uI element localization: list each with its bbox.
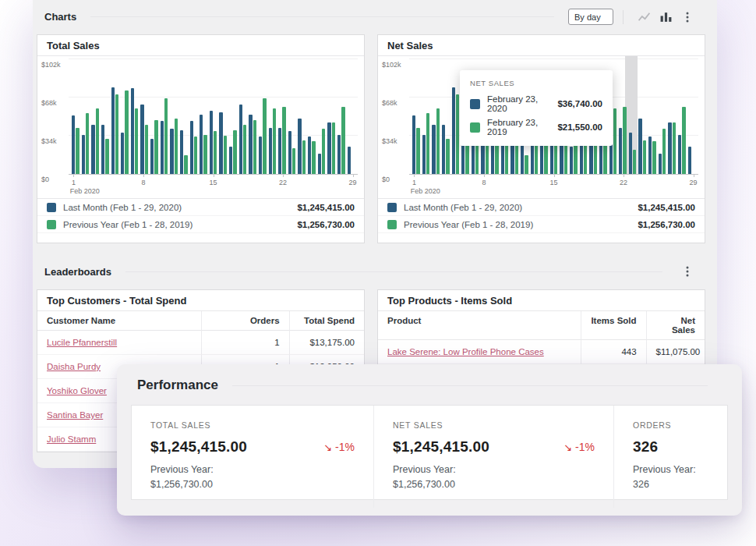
bar-last-month[interactable] [327, 122, 330, 174]
bar-group-day-4[interactable] [442, 56, 450, 174]
bar-group-day-3[interactable] [91, 56, 99, 174]
bar-group-day-4[interactable] [101, 56, 109, 174]
bar-group-day-22[interactable] [278, 56, 286, 174]
bar-previous-year[interactable] [115, 94, 118, 174]
bar-chart-icon[interactable] [657, 9, 674, 25]
row-link[interactable]: Julio Stamm [47, 434, 96, 444]
bar-last-month[interactable] [259, 136, 262, 174]
bar-previous-year[interactable] [652, 141, 655, 174]
bar-group-day-9[interactable] [150, 56, 158, 174]
bar-previous-year[interactable] [282, 107, 285, 174]
bar-group-day-11[interactable] [170, 56, 178, 174]
bar-previous-year[interactable] [456, 94, 459, 174]
bar-previous-year[interactable] [125, 90, 128, 174]
bar-group-day-15[interactable] [210, 56, 217, 174]
bar-group-day-1[interactable] [72, 56, 79, 174]
bar-group-day-29[interactable] [688, 56, 696, 174]
bar-group-day-23[interactable] [629, 56, 637, 174]
bar-previous-year[interactable] [164, 98, 168, 174]
bar-group-day-18[interactable] [239, 56, 247, 174]
bar-group-day-24[interactable] [298, 56, 306, 174]
row-link[interactable]: Santina Bayer [47, 410, 103, 420]
bar-previous-year[interactable] [253, 120, 256, 174]
bar-group-day-14[interactable] [200, 56, 207, 174]
bar-last-month[interactable] [131, 88, 134, 174]
bar-last-month[interactable] [298, 119, 301, 174]
bar-previous-year[interactable] [145, 125, 148, 174]
bar-group-day-10[interactable] [161, 56, 168, 174]
bar-last-month[interactable] [659, 154, 662, 174]
bar-previous-year[interactable] [341, 107, 344, 174]
bar-previous-year[interactable] [243, 125, 246, 174]
bar-previous-year[interactable] [184, 155, 187, 175]
bar-previous-year[interactable] [436, 108, 440, 174]
bar-group-day-24[interactable] [638, 56, 646, 174]
bar-last-month[interactable] [648, 136, 652, 174]
bar-last-month[interactable] [432, 125, 435, 174]
bar-previous-year[interactable] [86, 113, 89, 174]
bar-group-day-26[interactable] [318, 56, 326, 174]
bar-last-month[interactable] [200, 115, 203, 174]
bar-group-day-20[interactable] [259, 56, 267, 174]
bar-last-month[interactable] [190, 121, 193, 174]
bar-group-day-12[interactable] [180, 56, 188, 174]
bar-last-month[interactable] [452, 87, 455, 174]
bar-previous-year[interactable] [633, 150, 636, 174]
bar-previous-year[interactable] [203, 135, 207, 174]
bar-group-day-2[interactable] [82, 56, 90, 174]
bar-last-month[interactable] [570, 147, 573, 174]
bar-group-day-25[interactable] [308, 56, 316, 174]
bar-group-day-13[interactable] [190, 56, 198, 174]
bar-previous-year[interactable] [613, 108, 616, 174]
bar-previous-year[interactable] [214, 131, 217, 174]
row-link[interactable]: Lucile Pfannerstill [47, 338, 117, 347]
bar-last-month[interactable] [140, 105, 143, 174]
bar-group-day-1[interactable] [412, 56, 420, 174]
bar-last-month[interactable] [308, 136, 311, 174]
bar-last-month[interactable] [668, 122, 671, 174]
row-link[interactable]: Daisha Purdy [47, 362, 101, 371]
bar-group-day-28[interactable] [337, 56, 345, 174]
bar-last-month[interactable] [101, 125, 104, 174]
bar-previous-year[interactable] [623, 107, 626, 174]
bar-group-day-25[interactable] [648, 56, 656, 174]
bar-last-month[interactable] [629, 133, 632, 174]
bar-last-month[interactable] [442, 125, 445, 174]
bar-group-day-28[interactable] [678, 56, 686, 174]
bar-previous-year[interactable] [446, 139, 449, 174]
bar-group-day-21[interactable] [269, 56, 277, 174]
legend-item[interactable]: Previous Year (Feb 1 - 28, 2019)$1,256,7… [37, 216, 364, 233]
bar-previous-year[interactable] [292, 148, 295, 174]
bar-last-month[interactable] [239, 105, 242, 174]
bar-previous-year[interactable] [96, 108, 99, 174]
bar-group-day-5[interactable] [111, 56, 119, 174]
bar-previous-year[interactable] [135, 108, 138, 174]
bar-previous-year[interactable] [154, 120, 157, 174]
bar-last-month[interactable] [219, 112, 222, 174]
row-link[interactable]: Lake Serene: Low Profile Phone Cases [387, 347, 544, 356]
bar-last-month[interactable] [619, 128, 622, 174]
bar-group-day-27[interactable] [327, 56, 335, 174]
bar-last-month[interactable] [638, 119, 641, 174]
bar-previous-year[interactable] [175, 119, 178, 174]
legend-item[interactable]: Last Month (Feb 1 - 29, 2020)$1,245,415.… [37, 199, 364, 216]
bar-last-month[interactable] [72, 115, 75, 174]
bar-previous-year[interactable] [302, 140, 306, 174]
bar-previous-year[interactable] [312, 141, 315, 174]
bar-last-month[interactable] [121, 133, 124, 174]
bar-group-day-26[interactable] [659, 56, 666, 174]
bar-last-month[interactable] [82, 135, 85, 174]
bar-previous-year[interactable] [643, 140, 646, 174]
bar-last-month[interactable] [688, 147, 691, 174]
bar-last-month[interactable] [210, 111, 213, 174]
bar-previous-year[interactable] [105, 139, 108, 174]
charts-menu-icon[interactable] [679, 9, 696, 25]
bar-last-month[interactable] [111, 87, 115, 174]
bar-last-month[interactable] [170, 129, 173, 174]
bar-previous-year[interactable] [273, 108, 276, 174]
bar-last-month[interactable] [318, 154, 321, 174]
bar-previous-year[interactable] [525, 155, 528, 175]
line-chart-icon[interactable] [635, 9, 652, 25]
bar-previous-year[interactable] [662, 129, 666, 174]
bar-last-month[interactable] [161, 121, 164, 174]
